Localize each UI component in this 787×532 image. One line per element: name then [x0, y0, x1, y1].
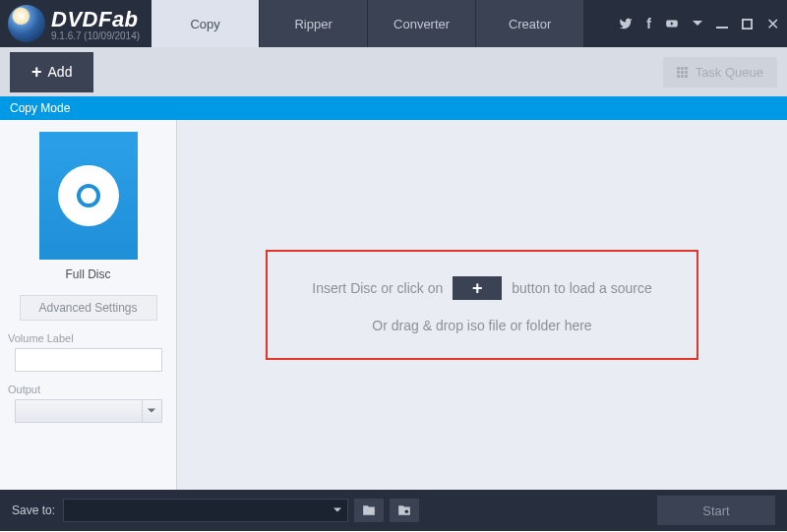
twitter-icon[interactable]: [619, 17, 633, 30]
save-to-select[interactable]: [63, 499, 348, 522]
minimize-icon[interactable]: [716, 18, 728, 30]
version-text: 9.1.6.7 (10/09/2014): [51, 30, 140, 41]
close-icon[interactable]: ✕: [766, 15, 779, 33]
chevron-down-icon: [328, 503, 347, 517]
logo-icon: [8, 5, 45, 42]
mode-bar: Copy Mode: [0, 96, 787, 120]
mode-label: Copy Mode: [10, 101, 70, 115]
volume-label-input[interactable]: [15, 348, 162, 372]
drop-zone[interactable]: Insert Disc or click on + button to load…: [266, 250, 698, 360]
drop-instruction-2: Or drag & drop iso file or folder here: [372, 318, 591, 333]
mode-thumbnail[interactable]: [39, 132, 138, 260]
footer: Save to: Start: [0, 490, 787, 531]
title-bar: DVDFab 9.1.6.7 (10/09/2014) Copy Ripper …: [0, 0, 787, 47]
main-tabs: Copy Ripper Converter Creator: [151, 0, 584, 47]
sidebar: Full Disc Advanced Settings Volume Label…: [0, 120, 177, 490]
inline-add-button[interactable]: +: [453, 276, 502, 300]
maximize-icon[interactable]: [742, 19, 753, 30]
content-area: Full Disc Advanced Settings Volume Label…: [0, 120, 787, 490]
volume-label-text: Volume Label: [8, 332, 168, 344]
add-label: Add: [48, 64, 73, 80]
plus-icon: +: [31, 62, 42, 83]
task-queue-icon: [677, 67, 688, 78]
drop-instruction-1: Insert Disc or click on + button to load…: [312, 276, 651, 300]
dropdown-icon[interactable]: [693, 19, 702, 29]
facebook-icon[interactable]: f: [646, 16, 651, 31]
drop-text-pre: Insert Disc or click on: [312, 280, 443, 296]
tab-copy[interactable]: Copy: [151, 0, 260, 47]
task-queue-label: Task Queue: [696, 65, 763, 80]
youtube-icon[interactable]: [665, 17, 679, 30]
svg-rect-1: [743, 19, 752, 28]
save-to-label: Save to:: [12, 503, 55, 517]
output-select-arrow[interactable]: [143, 399, 162, 423]
disc-icon: [58, 165, 119, 226]
drop-text-post: button to load a source: [512, 280, 651, 296]
svg-rect-0: [716, 27, 728, 29]
output-select[interactable]: [15, 399, 143, 423]
folder-icon: [362, 503, 376, 517]
add-button[interactable]: + Add: [10, 52, 93, 92]
browse-folder-button[interactable]: [354, 499, 384, 522]
mode-thumbnail-label: Full Disc: [65, 267, 110, 281]
main-area: Insert Disc or click on + button to load…: [177, 120, 787, 490]
task-queue-button[interactable]: Task Queue: [663, 57, 777, 88]
advanced-settings-button[interactable]: Advanced Settings: [20, 295, 157, 321]
start-button[interactable]: Start: [657, 496, 775, 525]
output-label-text: Output: [8, 384, 168, 395]
tab-creator[interactable]: Creator: [476, 0, 584, 47]
svg-point-2: [405, 509, 409, 513]
tab-ripper[interactable]: Ripper: [260, 0, 368, 47]
window-controls: f ✕: [619, 15, 779, 33]
iso-button[interactable]: [390, 499, 419, 522]
tab-converter[interactable]: Converter: [368, 0, 476, 47]
logo: DVDFab 9.1.6.7 (10/09/2014): [8, 5, 140, 42]
toolbar: + Add Task Queue: [0, 47, 787, 96]
disc-folder-icon: [397, 503, 411, 517]
brand-text: DVDFab: [51, 7, 140, 32]
